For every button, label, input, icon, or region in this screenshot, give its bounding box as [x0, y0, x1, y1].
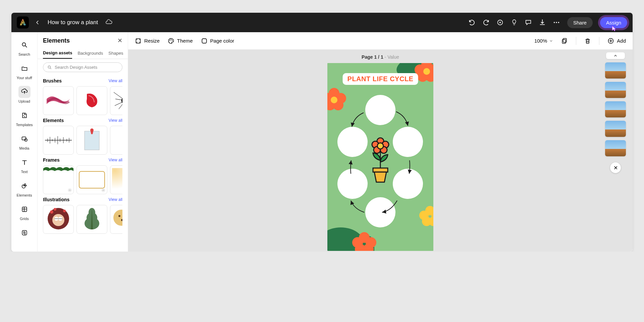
svg-point-10 [48, 66, 50, 68]
asset-thumb[interactable] [76, 165, 107, 194]
asset-thumb[interactable] [110, 165, 122, 194]
search-icon [21, 42, 28, 48]
ai-button[interactable] [496, 18, 504, 26]
page-thumbnail[interactable] [605, 121, 626, 137]
back-button[interactable] [33, 18, 42, 27]
download-button[interactable] [538, 18, 546, 26]
header-bar: How to grow a plant Share Assign [11, 13, 633, 32]
center-flower-icon[interactable] [367, 135, 394, 185]
plus-circle-icon [607, 38, 614, 44]
duplicate-page-button[interactable] [561, 38, 568, 44]
collapse-thumbnails-button[interactable] [606, 52, 625, 59]
page-thumbnail-strip: ✕ [605, 52, 626, 173]
trash-icon [584, 38, 591, 44]
search-icon [47, 65, 52, 70]
section-title: Elements [43, 118, 64, 123]
text-icon [21, 159, 28, 166]
page-thumbnail[interactable] [605, 140, 626, 156]
asset-thumb[interactable] [43, 126, 74, 155]
contextual-toolbar: Resize Theme Page color 100% [128, 32, 633, 50]
panel-close-button[interactable]: ✕ [117, 37, 122, 44]
undo-button[interactable] [468, 18, 476, 26]
svg-rect-34 [79, 171, 105, 188]
rail-your-stuff[interactable]: Your stuff [11, 60, 37, 83]
view-all-link[interactable]: View all [109, 78, 122, 83]
canvas-page[interactable]: PLANT LIFE CYCLE [327, 63, 433, 251]
page-thumbnail[interactable] [605, 62, 626, 78]
rail-grids[interactable]: Grids [11, 201, 37, 223]
page-indicator: Page 1 / 1 - Value [362, 54, 399, 60]
page-thumbnail[interactable] [605, 101, 626, 117]
redo-button[interactable] [482, 18, 490, 26]
tips-button[interactable] [510, 18, 518, 26]
asset-thumb[interactable] [43, 165, 74, 194]
asset-thumb[interactable] [43, 86, 74, 115]
panel-tabs: Design assets Backgrounds Shapes 〉 [38, 48, 128, 59]
svg-point-58 [171, 39, 172, 40]
close-thumbnails-button[interactable]: ✕ [610, 162, 621, 173]
artwork-title[interactable]: PLANT LIFE CYCLE [343, 73, 418, 85]
elements-panel: Elements ✕ Design assets Backgrounds Sha… [38, 32, 128, 252]
share-button[interactable]: Share [567, 17, 593, 28]
panel-title: Elements [43, 37, 70, 44]
svg-point-33 [68, 188, 72, 192]
assign-button[interactable]: Assign [600, 17, 627, 28]
chevron-left-icon [35, 20, 40, 25]
comments-button[interactable] [524, 18, 532, 26]
asset-thumb[interactable] [76, 126, 107, 155]
cloud-sync-icon[interactable] [105, 19, 113, 26]
rail-brands[interactable] [11, 224, 37, 241]
view-all-link[interactable]: View all [109, 158, 122, 162]
app-logo[interactable] [17, 16, 29, 29]
delete-page-button[interactable] [584, 38, 591, 44]
search-assets-input[interactable]: Search Design Assets [43, 62, 122, 72]
media-icon [21, 136, 28, 142]
asset-thumb[interactable] [110, 86, 122, 115]
section-brushes: Brushes View all [43, 78, 122, 115]
rail-search[interactable]: Search [11, 36, 37, 59]
page-color-button[interactable]: Page color [201, 38, 234, 44]
asset-thumb[interactable] [110, 205, 122, 234]
asset-thumb[interactable] [76, 86, 107, 115]
divider [599, 37, 599, 45]
svg-point-96 [377, 143, 383, 149]
svg-rect-60 [202, 39, 206, 43]
rail-elements[interactable]: Elements [11, 177, 37, 200]
canvas-area[interactable]: Page 1 / 1 - Value PLAN [128, 50, 633, 252]
cursor-pointer-icon [610, 25, 617, 33]
view-all-link[interactable]: View all [109, 197, 122, 202]
svg-line-12 [115, 99, 122, 101]
asset-thumb[interactable] [110, 126, 122, 155]
upload-icon [21, 89, 28, 95]
resize-button[interactable]: Resize [135, 38, 160, 44]
rail-upload[interactable]: Upload [11, 83, 37, 106]
rail-media[interactable]: Media [11, 130, 37, 153]
theme-button[interactable]: Theme [168, 38, 193, 44]
svg-point-35 [101, 188, 105, 192]
badge-icon [101, 188, 106, 193]
section-frames: Frames View all [43, 157, 122, 194]
rail-text[interactable]: Text [11, 154, 37, 176]
svg-point-39 [52, 214, 64, 226]
asset-thumb[interactable] [76, 205, 107, 234]
svg-point-59 [172, 40, 172, 41]
add-page-button[interactable]: Add [607, 38, 626, 44]
svg-point-42 [50, 210, 53, 214]
page-thumbnail[interactable] [605, 82, 626, 98]
assign-label: Assign [606, 20, 621, 25]
tab-design-assets[interactable]: Design assets [43, 48, 72, 59]
svg-point-3 [558, 22, 559, 23]
more-button[interactable] [552, 18, 560, 26]
tab-shapes[interactable]: Shapes [108, 48, 123, 58]
zoom-dropdown[interactable]: 100% [534, 38, 553, 44]
rail-templates[interactable]: Templates [11, 107, 37, 129]
tab-backgrounds[interactable]: Backgrounds [77, 48, 103, 58]
asset-thumb[interactable] [43, 205, 74, 234]
templates-icon [21, 112, 28, 119]
view-all-link[interactable]: View all [109, 118, 122, 123]
document-title[interactable]: How to grow a plant [48, 19, 98, 26]
svg-point-47 [85, 217, 99, 229]
divider [576, 37, 576, 45]
brand-icon [21, 229, 28, 236]
svg-line-13 [115, 101, 122, 106]
